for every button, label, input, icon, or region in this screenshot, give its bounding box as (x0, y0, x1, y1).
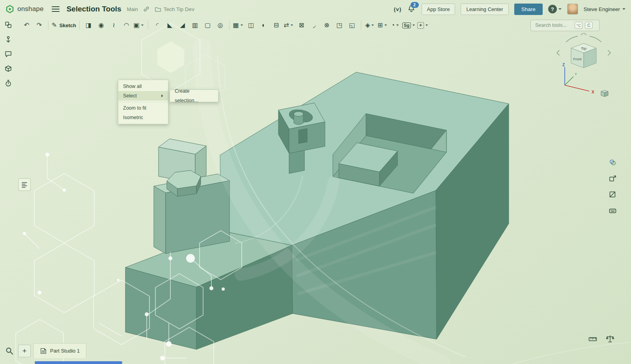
mate-connector-icon[interactable] (2, 34, 14, 45)
surface-tools-button[interactable]: ◔ (389, 20, 401, 31)
split-button[interactable]: ⊟ (270, 20, 282, 31)
menu-item-create-selection[interactable]: Create selection... (170, 91, 218, 101)
tab-label: Part Studio 1 (50, 348, 80, 354)
zoom-window-icon[interactable] (4, 345, 15, 357)
replace-face-button[interactable]: ◱ (346, 20, 358, 31)
thicken-icon: ▣ (133, 22, 139, 28)
context-submenu: Create selection... (170, 90, 218, 102)
mirror-button[interactable]: ◫ (245, 20, 257, 31)
sheet-metal-tools-button[interactable]: ◈ (364, 20, 376, 31)
move-face-button[interactable]: ◳ (333, 20, 345, 31)
project-location[interactable]: Tech Tip Dev (155, 6, 194, 12)
delete-part-button[interactable]: ⊠ (295, 20, 308, 31)
main-menu-icon[interactable] (52, 6, 60, 12)
delete-face-button[interactable]: ⊗ (321, 20, 333, 31)
view-cube-widget: Top Front Z Y X (553, 33, 616, 102)
share-button[interactable]: Share (514, 4, 543, 15)
part-studio-model[interactable] (125, 72, 509, 349)
graphics-area[interactable] (0, 0, 631, 364)
mirror-icon: ◫ (248, 22, 254, 28)
menu-item-isometric[interactable]: Isometric (118, 113, 168, 122)
loft-button[interactable]: ◠ (120, 20, 133, 31)
search-tools-input[interactable] (534, 22, 572, 28)
history-icon[interactable] (2, 77, 14, 89)
appearances-icon[interactable] (607, 156, 618, 168)
branch-label[interactable]: Main (127, 6, 138, 12)
linear-pattern-button[interactable]: ▦ (232, 20, 245, 31)
mass-properties-icon[interactable] (604, 333, 616, 345)
chevron-down-icon[interactable] (396, 24, 399, 26)
app-store-button[interactable]: App Store (422, 4, 456, 15)
user-menu[interactable]: Steve Engineer (584, 6, 625, 12)
chevron-down-icon[interactable] (291, 24, 293, 26)
chevron-down-icon (558, 8, 562, 10)
document-title[interactable]: Selection Tools (67, 5, 121, 13)
measure-icon[interactable] (587, 333, 599, 345)
help-menu[interactable]: ? (548, 5, 562, 13)
boolean-button[interactable]: ◐ (258, 20, 270, 31)
frame-tools-button[interactable]: ⊞ (377, 20, 389, 31)
named-views-button[interactable]: + (417, 20, 429, 31)
help-icon: ? (548, 5, 557, 13)
link-icon[interactable] (143, 6, 150, 13)
view-cube-front-label: Front (573, 57, 582, 61)
redo-icon: ↷ (37, 22, 42, 28)
chevron-down-icon[interactable] (241, 24, 243, 26)
sweep-icon: ≀ (113, 22, 115, 28)
fillet-button[interactable]: ◜ (151, 20, 163, 31)
visibility-options-icon[interactable] (607, 172, 618, 184)
chevron-down-icon (622, 8, 625, 10)
search-tools[interactable]: ⌥ C (530, 20, 599, 31)
section-view-icon[interactable] (607, 189, 618, 200)
hole-button[interactable]: ◎ (214, 20, 226, 31)
revolve-button[interactable]: ◉ (95, 20, 107, 31)
context-menu: Show allSelectZoom to fitIsometric (118, 80, 168, 124)
versions-icon[interactable]: {v} (394, 6, 401, 12)
thicken-button[interactable]: ▣ (133, 20, 145, 31)
undo-icon: ↶ (24, 22, 29, 28)
project-name: Tech Tip Dev (164, 6, 194, 12)
sketch-label: Sketch (59, 22, 76, 28)
comments-icon[interactable] (2, 48, 14, 60)
selection-group-button[interactable]: Sg (402, 20, 416, 31)
axis-x-label: X (592, 90, 594, 94)
menu-item-select[interactable]: Select (118, 91, 168, 101)
sweep-button[interactable]: ≀ (108, 20, 120, 31)
chevron-down-icon[interactable] (385, 24, 387, 26)
add-tab-button[interactable]: + (18, 345, 31, 357)
onshape-logo[interactable]: onshape (6, 5, 44, 13)
keyboard-shortcuts-icon[interactable] (607, 205, 618, 217)
chevron-down-icon[interactable] (413, 24, 415, 26)
view-cube-top-label: Top (581, 47, 587, 50)
transform-button[interactable]: ⇄ (283, 20, 295, 31)
menu-item-zoom-to-fit[interactable]: Zoom to fit (118, 103, 168, 113)
boolean-icon: ◐ (262, 22, 266, 28)
feature-list-flyout-button[interactable] (18, 178, 31, 191)
sketch-button[interactable]: ✎Sketch (51, 20, 77, 31)
c-keycap: C (585, 22, 593, 29)
chevron-down-icon[interactable] (426, 24, 428, 26)
left-rail (2, 19, 14, 89)
shell-button[interactable]: ▢ (202, 20, 214, 31)
extrude-button[interactable]: ◨ (82, 20, 95, 31)
instances-icon[interactable] (2, 19, 14, 31)
menu-item-show-all[interactable]: Show all (118, 82, 168, 91)
chevron-down-icon[interactable] (141, 24, 144, 26)
notifications-button[interactable]: 2 (407, 5, 416, 13)
redo-button[interactable]: ↷ (33, 20, 45, 31)
learning-center-button[interactable]: Learning Center (461, 4, 508, 15)
tab-part-studio-1[interactable]: Part Studio 1 (33, 343, 86, 358)
undo-button[interactable]: ↶ (21, 20, 33, 31)
feature-toolbar: ↶↷✎Sketch◨◉≀◠▣◜◣◢▥▢◎▦◫◐⊟⇄⊠◞⊗◳◱◈⊞◔Sg+ ⌥ C (0, 18, 631, 32)
avatar[interactable] (567, 4, 578, 15)
move-face-icon: ◳ (336, 22, 342, 28)
chamfer-button[interactable]: ◣ (164, 20, 176, 31)
horizontal-scrollbar[interactable] (35, 361, 122, 364)
rib-button[interactable]: ▥ (189, 20, 201, 31)
draft-button[interactable]: ◢ (176, 20, 189, 31)
view-cube-home-icon[interactable] (601, 90, 608, 97)
user-name: Steve Engineer (584, 6, 620, 12)
chevron-down-icon[interactable] (372, 24, 374, 26)
parts-icon[interactable] (2, 63, 14, 75)
modify-fillet-button[interactable]: ◞ (308, 20, 320, 31)
